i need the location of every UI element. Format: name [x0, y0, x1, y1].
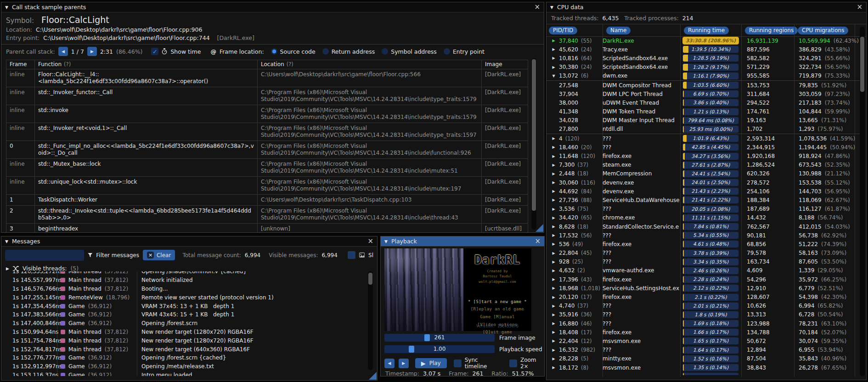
cpu-process-row[interactable]: ▶18,968(1,018)ServiceHub.SettingsHost.ex… [547, 284, 860, 292]
message-row[interactable]: 1s 147,400,846nsGame(36,912)Opening /for… [1, 319, 367, 328]
resize-grip[interactable] [369, 372, 377, 380]
tree-expand-icon[interactable]: ▶ [551, 313, 556, 317]
collapse-icon[interactable]: ▼ [5, 239, 8, 244]
collapse-icon[interactable]: ▼ [384, 239, 388, 244]
tree-expand-icon[interactable]: ▶ [551, 216, 556, 220]
playback-speed-slider[interactable]: 1.00 [384, 345, 495, 353]
cpu-process-row[interactable]: 34,028DWM Master Input Thread799.64 ms (… [547, 116, 860, 125]
prev-stack-button[interactable]: ◀ [58, 47, 68, 56]
step-back-button[interactable]: ◀ [384, 359, 395, 368]
cpu-process-row[interactable]: ▶18,172(8)msvsmon.exe1.35 s (0.14%)38,84… [547, 363, 860, 372]
cpu-process-row[interactable]: ▶20,120(17)firefox.exe2.1 s (0.22%)128,6… [547, 292, 860, 301]
sync-timeline-option[interactable]: Sync timeline [454, 357, 500, 370]
tree-expand-icon[interactable]: ▶ [551, 136, 556, 140]
close-icon[interactable]: × [535, 238, 541, 245]
cpu-process-row[interactable]: ▶45,620(24)Tracy.exe1:39.5 (10.34%)887,5… [547, 45, 860, 54]
close-icon[interactable]: × [857, 4, 862, 11]
tree-collapse-icon[interactable]: ▼ [551, 74, 556, 78]
cpu-process-row[interactable]: ▶16,332(982)???1.64 s (0.17%)12,8946,955… [547, 346, 860, 354]
radio-icon[interactable] [444, 48, 450, 55]
callstack-frame-row[interactable]: inlinestd::_Mutex_base::lockC:\Program F… [6, 159, 528, 177]
collapse-icon[interactable]: ▼ [550, 5, 553, 10]
tree-expand-icon[interactable]: ▶ [551, 198, 556, 202]
cpu-process-row[interactable]: ▶30,380(24)ScriptedSandbox64.exe1:28.2 (… [547, 63, 860, 72]
scrollbar-thumb[interactable] [532, 59, 536, 211]
tree-expand-icon[interactable]: ▶ [551, 260, 556, 264]
tree-expand-icon[interactable]: ▶ [551, 207, 556, 211]
tree-expand-icon[interactable]: ▶ [551, 348, 556, 352]
radio-icon[interactable] [382, 48, 388, 55]
tree-expand-icon[interactable]: ▶ [551, 154, 556, 158]
tree-expand-icon[interactable]: ▶ [551, 145, 556, 149]
next-stack-button[interactable]: ▶ [87, 47, 97, 56]
tree-expand-icon[interactable]: ▶ [551, 365, 556, 370]
cpu-process-row[interactable]: 27,800ntdll.dll25.93 ms (0.00%)1,7021,29… [547, 125, 860, 134]
cpu-process-row[interactable]: ▶4,740(37)???2.01 s (0.21%)10,6266,994(6… [547, 302, 860, 310]
tree-expand-icon[interactable]: ▶ [551, 321, 556, 326]
message-row[interactable]: 1s 153,116,37nsGame(36,912)Intro menu lo… [1, 371, 367, 376]
callstack-frame-row[interactable]: 1TaskDispatch::WorkerC:\Users\wolf\Deskt… [6, 195, 528, 206]
zoom-checkbox[interactable] [509, 360, 517, 367]
cpu-process-row[interactable]: 37,904DWM LPC Port Thread6.69 s (0.70%)3… [547, 90, 860, 98]
tree-expand-icon[interactable]: ▶ [551, 65, 556, 69]
message-row[interactable]: 1s 147,354,456nsGame(36,912)VRAM 37x45: … [1, 302, 367, 310]
callstack-frame-row[interactable]: inlinestd::_Invoker_ret<void,1>::_CallC:… [6, 123, 528, 141]
cpu-process-row[interactable]: ▶17,532(56)???5.34 s (0.55%)90,18156,738… [547, 231, 860, 240]
cpu-process-row[interactable]: ▶928(25)???3.34 s (0.35%)163,73487,605(5… [547, 258, 860, 266]
tree-expand-icon[interactable]: ▶ [551, 56, 556, 60]
cpu-process-row[interactable]: ▶18,460(20)???42.85 s (4.45%)2,344,9151,… [547, 143, 860, 152]
tree-expand-icon[interactable]: ▶ [551, 357, 556, 361]
tree-expand-icon[interactable]: ▶ [551, 39, 556, 43]
radio-symbol-address[interactable]: Symbol address [382, 48, 437, 55]
collapse-icon[interactable]: ▼ [5, 5, 8, 10]
cpu-process-row[interactable]: ▶2,448(18)MemCompression24.41 s (2.54%)6… [547, 169, 860, 178]
cpu-process-row[interactable]: ▶44,692(84)devenv.exe21.43 s (2.23%)254,… [547, 187, 860, 196]
close-icon[interactable]: × [534, 4, 540, 11]
show-time-checkbox[interactable]: ✓ [151, 48, 158, 55]
clear-button[interactable]: ×Clear [143, 250, 175, 260]
cpu-process-row[interactable]: ▶4(120)???1:01.9 (6.43%)2,593,3141,078,5… [547, 134, 860, 143]
column-name[interactable]: Name [606, 27, 631, 34]
messages-scrollbar[interactable] [368, 271, 373, 370]
callstack-frame-row[interactable]: 0std::_Func_impl_no_alloc<<lambda_5bc224… [6, 141, 528, 159]
cpu-process-row[interactable]: ▶22,804(45)???3.78 s (0.39%)79,57858,163… [547, 249, 860, 258]
radio-entry-point[interactable]: Entry point [444, 48, 485, 55]
scrollbar-thumb[interactable] [368, 273, 372, 285]
tree-expand-icon[interactable]: ▶ [551, 330, 556, 334]
sync-timeline-checkbox[interactable] [454, 360, 462, 367]
cpu-process-row[interactable]: ▶34,420(65)chrome.exe11.11 s (1.15%)14,4… [547, 213, 860, 222]
column-running-regions[interactable]: Running regions [745, 27, 798, 34]
resize-grip[interactable] [535, 224, 543, 232]
cpu-process-row[interactable]: ▶18,408(17)firefox.exe1.66 s (0.17%)134,… [547, 328, 860, 337]
frame-image-slider[interactable]: 261 [384, 334, 495, 342]
message-row[interactable]: 1s 152,912,997nsGame(36,912)Opening /met… [1, 362, 367, 371]
tree-expand-icon[interactable]: ▶ [551, 339, 556, 343]
callstack-frame-row[interactable]: inlinestd::invokeC:\Program Files (x86)\… [6, 105, 528, 123]
radio-source-code[interactable]: Source code [271, 48, 316, 55]
callstack-scrollbar[interactable] [531, 58, 536, 230]
cpu-process-row[interactable]: ▶35,916(36)???1.8 s (0.19%)13,3136,728(5… [547, 310, 860, 319]
show-images-checkbox[interactable] [348, 251, 355, 259]
radio-return-address[interactable]: Return address [322, 48, 375, 55]
tree-expand-icon[interactable]: ▶ [551, 295, 556, 299]
cpu-process-row[interactable]: ▶27,736(88)ServiceHub.DataWarehouse21.41… [547, 196, 860, 204]
tree-expand-icon[interactable]: ▶ [551, 47, 556, 51]
expand-icon[interactable]: ▶ [6, 266, 9, 271]
message-row[interactable]: 1s 150,994,64nsMain thread(37,812)New re… [1, 328, 367, 337]
tree-expand-icon[interactable]: ▶ [551, 180, 556, 185]
message-row[interactable]: 1s 147,383,566nsGame(36,912)VRAM 43x45: … [1, 310, 367, 319]
cpu-process-row[interactable]: 38,000uDWM Event Thread3.86 s (0.40%)294… [547, 98, 860, 107]
message-row[interactable]: 1s 147,255,145nsRemoteView(18,796)Remote… [1, 293, 367, 302]
tree-expand-icon[interactable]: ▶ [551, 242, 556, 246]
cpu-process-row[interactable]: ▶10,816(64)ScriptedSandbox64.exe1:28.5 (… [547, 54, 860, 62]
cpu-process-row[interactable]: ▶3,536(75)???20.05 s (2.08%)187,689116,1… [547, 205, 860, 213]
cpu-process-row[interactable]: ▶28,228(5)mintty.exe1.52 s (0.16%)87,504… [547, 354, 860, 363]
step-forward-button[interactable]: ▶ [399, 359, 409, 368]
cpu-process-row[interactable]: 41,348DWM Token Thread1.21 s (0.13%)174,… [547, 107, 860, 116]
zoom-option[interactable]: Zoom 2× [509, 357, 544, 370]
tree-expand-icon[interactable]: ▶ [551, 225, 556, 229]
cpu-process-row[interactable] [547, 372, 860, 375]
cpu-process-row[interactable]: ▼13,072(6)dwm.exe1:16.1 (7.90%)955,58571… [547, 72, 860, 80]
tree-expand-icon[interactable]: ▶ [551, 172, 556, 176]
message-row[interactable]: 1s 145,557,997nsMain thread(37,812)Netwo… [1, 276, 367, 285]
